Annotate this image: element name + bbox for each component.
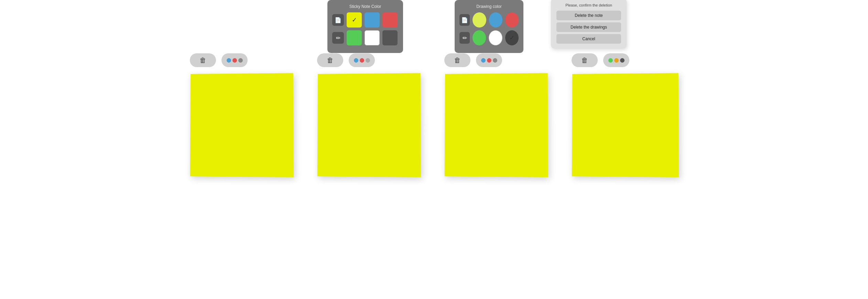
panel-3: Drawing color 📄 ✏ ✓ 🗑	[444, 53, 551, 177]
drawing-color-row1: 📄	[459, 12, 519, 28]
sticky-note-1	[190, 73, 294, 177]
pen-icon: ✏	[336, 35, 340, 41]
swatch-white-2[interactable]	[365, 30, 380, 45]
drawing-color-popup: Drawing color 📄 ✏ ✓	[455, 0, 523, 53]
panel-1: 🗑	[190, 53, 296, 177]
sticky-color-popup: Sticky Note Color 📄 ✓ ✏	[327, 0, 403, 53]
color-dot-orange-4	[614, 58, 619, 63]
swatch-yellow-3[interactable]	[473, 12, 486, 28]
color-dot-dark-4	[620, 58, 625, 63]
color-dot-red-3	[487, 58, 491, 63]
color-dot-red-2	[360, 58, 364, 63]
toolbar-row-4: 🗑	[572, 53, 629, 67]
drawing-color-title: Drawing color	[459, 4, 519, 9]
cancel-delete-button[interactable]: Cancel	[556, 34, 621, 44]
pen-icon-3: ✏	[463, 35, 467, 41]
toolbar-row-1: 🗑	[190, 53, 248, 67]
sticky-note-icon-btn[interactable]: 📄	[332, 14, 344, 26]
pen-icon-btn-3[interactable]: ✏	[459, 32, 470, 44]
toolbar-row-2: 🗑	[317, 53, 375, 67]
panel-2: Sticky Note Color 📄 ✓ ✏ 🗑	[317, 53, 424, 177]
sticky-note-2	[317, 73, 421, 177]
sticky-color-row2: ✏	[332, 30, 398, 45]
trash-icon-2: 🗑	[327, 56, 334, 64]
color-dot-blue-2	[354, 58, 358, 63]
trash-icon-3: 🗑	[454, 56, 461, 64]
color-dot-gray-3	[493, 58, 497, 63]
color-dot-red-1	[232, 58, 237, 63]
sticky-icon-3: 📄	[461, 17, 468, 23]
trash-button-2[interactable]: 🗑	[317, 53, 343, 67]
swatch-dark-3[interactable]: ✓	[505, 30, 519, 45]
trash-button-4[interactable]: 🗑	[572, 53, 598, 67]
delete-confirm-popup: Please, confirm the deletion Delete the …	[551, 0, 627, 49]
swatch-green-3[interactable]	[473, 30, 486, 45]
panel-4: Please, confirm the deletion Delete the …	[572, 53, 678, 177]
pen-icon-btn[interactable]: ✏	[332, 32, 344, 44]
swatch-yellow-2[interactable]: ✓	[347, 12, 362, 28]
sticky-color-row1: 📄 ✓	[332, 12, 398, 28]
panels-container: 🗑 Sticky Note Color 📄 ✓	[190, 53, 678, 177]
color-dot-green-4	[608, 58, 613, 63]
color-button-2[interactable]	[349, 53, 375, 67]
color-button-1[interactable]	[221, 53, 248, 67]
color-button-3[interactable]	[476, 53, 502, 67]
delete-confirm-title: Please, confirm the deletion	[556, 3, 621, 7]
drawing-color-row2: ✏ ✓	[459, 30, 519, 45]
swatch-green-2[interactable]	[347, 30, 362, 45]
swatch-dark-2[interactable]	[382, 30, 398, 45]
trash-icon-1: 🗑	[199, 56, 206, 64]
swatch-white-3[interactable]	[489, 30, 502, 45]
swatch-blue-2[interactable]	[365, 12, 380, 28]
swatch-blue-3[interactable]	[489, 12, 502, 28]
color-dot-blue-3	[481, 58, 486, 63]
sticky-note-3	[445, 73, 548, 177]
toolbar-row-3: 🗑	[444, 53, 502, 67]
trash-icon-4: 🗑	[581, 56, 588, 64]
color-dot-gray-2	[366, 58, 370, 63]
sticky-note-icon-btn-3[interactable]: 📄	[459, 14, 470, 26]
color-dot-gray-1	[238, 58, 243, 63]
swatch-red-3[interactable]	[505, 12, 519, 28]
sticky-note-4	[572, 73, 679, 177]
delete-drawings-button[interactable]: Delete the drawings	[556, 22, 621, 32]
trash-button-1[interactable]: 🗑	[190, 53, 216, 67]
trash-button-3[interactable]: 🗑	[444, 53, 470, 67]
color-dot-blue-1	[227, 58, 231, 63]
sticky-color-title: Sticky Note Color	[332, 4, 398, 9]
sticky-icon: 📄	[335, 17, 341, 23]
swatch-red-2[interactable]	[382, 12, 398, 28]
color-button-4[interactable]	[603, 53, 629, 67]
delete-note-button[interactable]: Delete the note	[556, 11, 621, 20]
